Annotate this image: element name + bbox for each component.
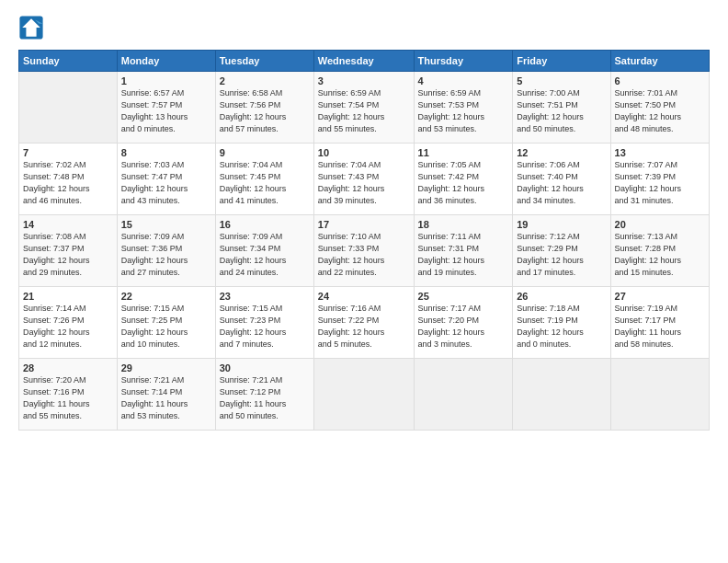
calendar-cell: 4Sunrise: 6:59 AM Sunset: 7:53 PM Daylig… <box>414 72 513 144</box>
day-number: 27 <box>615 291 705 302</box>
day-number: 16 <box>220 219 310 230</box>
day-info: Sunrise: 7:05 AM Sunset: 7:42 PM Dayligh… <box>418 159 509 207</box>
header-tuesday: Tuesday <box>215 51 313 72</box>
page: SundayMondayTuesdayWednesdayThursdayFrid… <box>0 0 728 563</box>
header-monday: Monday <box>117 51 215 72</box>
day-number: 26 <box>517 291 606 302</box>
day-number: 10 <box>318 147 410 158</box>
day-info: Sunrise: 7:04 AM Sunset: 7:43 PM Dayligh… <box>318 159 410 207</box>
day-info: Sunrise: 7:04 AM Sunset: 7:45 PM Dayligh… <box>220 159 310 207</box>
calendar-cell: 2Sunrise: 6:58 AM Sunset: 7:56 PM Daylig… <box>215 72 313 144</box>
calendar-cell: 18Sunrise: 7:11 AM Sunset: 7:31 PM Dayli… <box>414 215 513 287</box>
calendar-cell: 5Sunrise: 7:00 AM Sunset: 7:51 PM Daylig… <box>513 72 610 144</box>
calendar-table: SundayMondayTuesdayWednesdayThursdayFrid… <box>18 50 710 431</box>
day-info: Sunrise: 6:58 AM Sunset: 7:56 PM Dayligh… <box>220 87 310 135</box>
calendar-cell <box>19 72 118 144</box>
day-info: Sunrise: 7:07 AM Sunset: 7:39 PM Dayligh… <box>615 159 705 207</box>
calendar-cell: 17Sunrise: 7:10 AM Sunset: 7:33 PM Dayli… <box>313 215 414 287</box>
day-number: 12 <box>517 147 606 158</box>
calendar-cell: 26Sunrise: 7:18 AM Sunset: 7:19 PM Dayli… <box>513 287 610 359</box>
day-number: 11 <box>418 147 509 158</box>
day-number: 18 <box>418 219 509 230</box>
day-info: Sunrise: 7:21 AM Sunset: 7:12 PM Dayligh… <box>220 374 310 422</box>
calendar-cell: 16Sunrise: 7:09 AM Sunset: 7:34 PM Dayli… <box>215 215 313 287</box>
calendar-header-row: SundayMondayTuesdayWednesdayThursdayFrid… <box>19 51 710 72</box>
day-number: 28 <box>23 362 113 373</box>
day-info: Sunrise: 7:02 AM Sunset: 7:48 PM Dayligh… <box>23 159 113 207</box>
day-info: Sunrise: 7:19 AM Sunset: 7:17 PM Dayligh… <box>615 303 705 350</box>
day-info: Sunrise: 7:21 AM Sunset: 7:14 PM Dayligh… <box>121 374 211 422</box>
day-number: 8 <box>121 147 211 158</box>
calendar-cell <box>414 359 513 431</box>
calendar-week-1: 7Sunrise: 7:02 AM Sunset: 7:48 PM Daylig… <box>19 144 710 215</box>
day-info: Sunrise: 7:20 AM Sunset: 7:16 PM Dayligh… <box>23 374 113 422</box>
day-number: 15 <box>121 219 211 230</box>
calendar-cell: 11Sunrise: 7:05 AM Sunset: 7:42 PM Dayli… <box>414 144 513 215</box>
day-number: 22 <box>121 291 211 302</box>
calendar-cell: 3Sunrise: 6:59 AM Sunset: 7:54 PM Daylig… <box>313 72 414 144</box>
calendar-cell: 20Sunrise: 7:13 AM Sunset: 7:28 PM Dayli… <box>610 215 709 287</box>
calendar-week-0: 1Sunrise: 6:57 AM Sunset: 7:57 PM Daylig… <box>19 72 710 144</box>
logo <box>18 15 48 40</box>
day-info: Sunrise: 7:03 AM Sunset: 7:47 PM Dayligh… <box>121 159 211 207</box>
day-number: 21 <box>23 291 113 302</box>
day-number: 20 <box>615 219 705 230</box>
day-number: 3 <box>318 75 410 86</box>
calendar-cell: 15Sunrise: 7:09 AM Sunset: 7:36 PM Dayli… <box>117 215 215 287</box>
day-info: Sunrise: 7:00 AM Sunset: 7:51 PM Dayligh… <box>517 87 606 135</box>
logo-icon <box>18 15 44 40</box>
header-sunday: Sunday <box>19 51 118 72</box>
day-info: Sunrise: 7:11 AM Sunset: 7:31 PM Dayligh… <box>418 231 509 279</box>
day-info: Sunrise: 7:09 AM Sunset: 7:36 PM Dayligh… <box>121 231 211 279</box>
day-info: Sunrise: 7:18 AM Sunset: 7:19 PM Dayligh… <box>517 303 606 350</box>
day-info: Sunrise: 6:59 AM Sunset: 7:53 PM Dayligh… <box>418 87 509 135</box>
calendar-cell <box>513 359 610 431</box>
calendar-cell: 27Sunrise: 7:19 AM Sunset: 7:17 PM Dayli… <box>610 287 709 359</box>
header-thursday: Thursday <box>414 51 513 72</box>
calendar-cell: 21Sunrise: 7:14 AM Sunset: 7:26 PM Dayli… <box>19 287 118 359</box>
day-number: 7 <box>23 147 113 158</box>
day-info: Sunrise: 7:13 AM Sunset: 7:28 PM Dayligh… <box>615 231 705 279</box>
calendar-cell: 29Sunrise: 7:21 AM Sunset: 7:14 PM Dayli… <box>117 359 215 431</box>
day-info: Sunrise: 7:15 AM Sunset: 7:23 PM Dayligh… <box>220 303 310 350</box>
day-number: 13 <box>615 147 705 158</box>
day-info: Sunrise: 7:12 AM Sunset: 7:29 PM Dayligh… <box>517 231 606 279</box>
calendar-cell: 19Sunrise: 7:12 AM Sunset: 7:29 PM Dayli… <box>513 215 610 287</box>
calendar-cell: 24Sunrise: 7:16 AM Sunset: 7:22 PM Dayli… <box>313 287 414 359</box>
calendar-cell: 8Sunrise: 7:03 AM Sunset: 7:47 PM Daylig… <box>117 144 215 215</box>
day-number: 14 <box>23 219 113 230</box>
calendar-cell: 25Sunrise: 7:17 AM Sunset: 7:20 PM Dayli… <box>414 287 513 359</box>
calendar-week-2: 14Sunrise: 7:08 AM Sunset: 7:37 PM Dayli… <box>19 215 710 287</box>
day-number: 17 <box>318 219 410 230</box>
calendar-cell: 10Sunrise: 7:04 AM Sunset: 7:43 PM Dayli… <box>313 144 414 215</box>
day-info: Sunrise: 7:08 AM Sunset: 7:37 PM Dayligh… <box>23 231 113 279</box>
calendar-cell: 1Sunrise: 6:57 AM Sunset: 7:57 PM Daylig… <box>117 72 215 144</box>
calendar-cell: 7Sunrise: 7:02 AM Sunset: 7:48 PM Daylig… <box>19 144 118 215</box>
calendar-cell: 22Sunrise: 7:15 AM Sunset: 7:25 PM Dayli… <box>117 287 215 359</box>
calendar-week-4: 28Sunrise: 7:20 AM Sunset: 7:16 PM Dayli… <box>19 359 710 431</box>
header <box>18 15 710 40</box>
day-number: 4 <box>418 75 509 86</box>
calendar-cell: 13Sunrise: 7:07 AM Sunset: 7:39 PM Dayli… <box>610 144 709 215</box>
day-info: Sunrise: 7:16 AM Sunset: 7:22 PM Dayligh… <box>318 303 410 350</box>
calendar-cell <box>610 359 709 431</box>
day-number: 9 <box>220 147 310 158</box>
calendar-cell: 12Sunrise: 7:06 AM Sunset: 7:40 PM Dayli… <box>513 144 610 215</box>
header-friday: Friday <box>513 51 610 72</box>
calendar-cell: 14Sunrise: 7:08 AM Sunset: 7:37 PM Dayli… <box>19 215 118 287</box>
day-info: Sunrise: 7:15 AM Sunset: 7:25 PM Dayligh… <box>121 303 211 350</box>
calendar-cell: 23Sunrise: 7:15 AM Sunset: 7:23 PM Dayli… <box>215 287 313 359</box>
calendar-cell: 28Sunrise: 7:20 AM Sunset: 7:16 PM Dayli… <box>19 359 118 431</box>
calendar-cell <box>313 359 414 431</box>
day-info: Sunrise: 7:17 AM Sunset: 7:20 PM Dayligh… <box>418 303 509 350</box>
day-number: 30 <box>220 362 310 373</box>
day-number: 19 <box>517 219 606 230</box>
header-saturday: Saturday <box>610 51 709 72</box>
day-info: Sunrise: 7:14 AM Sunset: 7:26 PM Dayligh… <box>23 303 113 350</box>
day-number: 29 <box>121 362 211 373</box>
day-info: Sunrise: 7:06 AM Sunset: 7:40 PM Dayligh… <box>517 159 606 207</box>
day-number: 2 <box>220 75 310 86</box>
calendar-cell: 30Sunrise: 7:21 AM Sunset: 7:12 PM Dayli… <box>215 359 313 431</box>
day-number: 23 <box>220 291 310 302</box>
day-number: 6 <box>615 75 705 86</box>
